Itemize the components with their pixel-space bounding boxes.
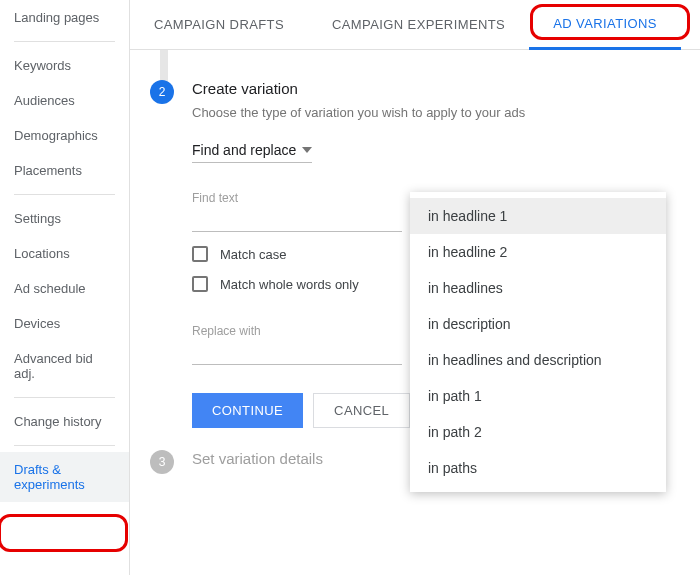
sidebar: Landing pages Keywords Audiences Demogra…: [0, 0, 130, 575]
sidebar-divider: [14, 41, 115, 42]
sidebar-divider: [14, 445, 115, 446]
sidebar-item-landing-pages[interactable]: Landing pages: [0, 0, 129, 35]
step-2-title: Create variation: [192, 80, 680, 97]
sidebar-item-settings[interactable]: Settings: [0, 201, 129, 236]
dropdown-item-path-2[interactable]: in path 2: [410, 414, 666, 450]
variation-type-value: Find and replace: [192, 142, 296, 158]
dropdown-item-description[interactable]: in description: [410, 306, 666, 342]
sidebar-item-keywords[interactable]: Keywords: [0, 48, 129, 83]
sidebar-item-placements[interactable]: Placements: [0, 153, 129, 188]
dropdown-item-path-1[interactable]: in path 1: [410, 378, 666, 414]
sidebar-item-audiences[interactable]: Audiences: [0, 83, 129, 118]
sidebar-item-locations[interactable]: Locations: [0, 236, 129, 271]
tab-ad-variations[interactable]: AD VARIATIONS: [529, 0, 681, 50]
continue-button[interactable]: CONTINUE: [192, 393, 303, 428]
cancel-button[interactable]: CANCEL: [313, 393, 410, 428]
step-2-number: 2: [150, 80, 174, 104]
sidebar-divider: [14, 194, 115, 195]
sidebar-item-devices[interactable]: Devices: [0, 306, 129, 341]
match-case-label: Match case: [220, 247, 286, 262]
checkbox-icon: [192, 276, 208, 292]
dropdown-item-headlines[interactable]: in headlines: [410, 270, 666, 306]
dropdown-item-headline-1[interactable]: in headline 1: [410, 198, 666, 234]
sidebar-item-drafts-experiments[interactable]: Drafts & experiments: [0, 452, 129, 502]
find-scope-dropdown: in headline 1 in headline 2 in headlines…: [410, 192, 666, 492]
step-3-number: 3: [150, 450, 174, 474]
variation-type-select[interactable]: Find and replace: [192, 138, 312, 163]
sidebar-item-advanced-bid-adj[interactable]: Advanced bid adj.: [0, 341, 129, 391]
dropdown-item-headlines-description[interactable]: in headlines and description: [410, 342, 666, 378]
sidebar-item-ad-schedule[interactable]: Ad schedule: [0, 271, 129, 306]
match-whole-words-label: Match whole words only: [220, 277, 359, 292]
sidebar-item-demographics[interactable]: Demographics: [0, 118, 129, 153]
replace-with-input[interactable]: [192, 340, 402, 365]
checkbox-icon: [192, 246, 208, 262]
dropdown-item-headline-2[interactable]: in headline 2: [410, 234, 666, 270]
tab-campaign-experiments[interactable]: CAMPAIGN EXPERIMENTS: [308, 0, 529, 50]
sidebar-item-change-history[interactable]: Change history: [0, 404, 129, 439]
sidebar-divider: [14, 397, 115, 398]
find-text-input[interactable]: [192, 207, 402, 232]
tab-campaign-drafts[interactable]: CAMPAIGN DRAFTS: [130, 0, 308, 50]
tabs: CAMPAIGN DRAFTS CAMPAIGN EXPERIMENTS AD …: [130, 0, 700, 50]
caret-down-icon: [302, 147, 312, 153]
step-2-description: Choose the type of variation you wish to…: [192, 105, 680, 120]
dropdown-item-paths[interactable]: in paths: [410, 450, 666, 486]
